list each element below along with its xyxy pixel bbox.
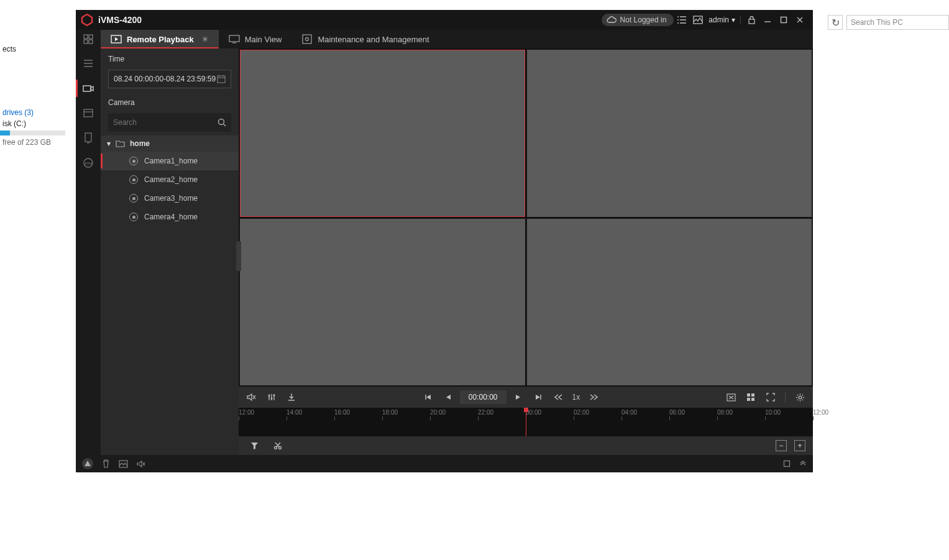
playback-icon [111,34,122,45]
time-range-picker[interactable]: 08.24 00:00:00-08.24 23:59:59 [108,70,231,88]
camera-icon [129,194,138,203]
restore-button[interactable] [783,460,791,467]
camera-icon [129,213,138,221]
camera-icon [129,175,138,184]
timeline-tick: 20:00 [430,409,446,416]
close-button[interactable] [792,12,808,28]
camera-item-4[interactable]: Camera4_home [101,208,239,226]
explorer-search-input[interactable]: Search This PC [846,15,949,30]
strip-menu-button[interactable] [76,52,101,75]
minimize-button[interactable] [759,12,776,28]
stop-all-button[interactable] [723,389,739,405]
svg-rect-3 [781,17,787,23]
sliders-button[interactable] [264,389,280,405]
explorer-disk-label[interactable]: isk (C:) [0,118,75,129]
camera-item-3[interactable]: Camera3_home [101,189,239,208]
home-grid-button[interactable] [76,30,101,48]
tab-close-icon[interactable] [201,35,209,43]
explorer-drives-link[interactable]: drives (3) [0,107,75,118]
camera-search-input[interactable] [113,118,218,127]
svg-rect-32 [784,461,790,467]
svg-rect-18 [218,76,225,83]
app-name: iVMS-4200 [98,15,142,25]
pin-button[interactable] [766,460,774,468]
video-cell-4[interactable] [527,219,812,386]
tab-label: Main View [245,35,282,44]
cloud-icon [607,16,617,24]
svg-rect-6 [84,40,88,44]
frame-forward-button[interactable] [530,389,546,405]
panel-collapse-handle[interactable] [236,241,241,271]
timeline-tick: 02:00 [574,409,589,416]
tab-maintenance[interactable]: Maintenance and Management [291,30,439,48]
strip-event-button[interactable] [76,102,101,124]
filter-button[interactable] [246,438,262,454]
clip-button[interactable] [270,438,286,454]
camera-section-label: Camera [101,92,239,109]
side-panel: Time 08.24 00:00:00-08.24 23:59:59 Camer… [101,48,239,455]
camera-item-1[interactable]: Camera1_home [101,152,239,170]
picture-icon[interactable] [690,12,706,28]
folder-icon [116,140,125,147]
camera-item-2[interactable]: Camera2_home [101,170,239,189]
playback-time: 00:00:00 [460,390,507,404]
sound-off-button[interactable] [137,460,146,468]
svg-rect-2 [749,19,754,24]
camera-search[interactable] [108,113,231,132]
monitor-icon [229,34,240,45]
video-cell-1[interactable] [240,50,525,217]
tabbar: Remote Playback Main View Maintenance an… [76,30,813,48]
strip-device-button[interactable] [76,127,101,149]
tab-remote-playback[interactable]: Remote Playback [101,30,219,48]
reverse-play-button[interactable] [440,389,456,405]
explorer-text-fragment: ects [0,44,75,55]
tab-main-view[interactable]: Main View [219,30,292,48]
video-cell-3[interactable] [240,219,525,386]
explorer-disk-free: free of 223 GB [0,137,75,148]
strip-camera-button[interactable] [76,77,101,99]
timeline-tick: 16:00 [334,409,350,416]
frame-back-button[interactable] [420,389,436,405]
alert-icon[interactable] [82,458,93,469]
svg-rect-25 [751,393,754,397]
camera-name: Camera1_home [144,157,198,165]
play-button[interactable] [510,389,526,405]
svg-rect-4 [84,35,88,39]
speed-down-button[interactable] [550,389,566,405]
svg-rect-10 [229,35,239,42]
user-menu[interactable]: admin ▾ [706,16,738,24]
maximize-button[interactable] [776,12,792,28]
camera-group-home[interactable]: ▾ home [101,135,239,152]
svg-point-12 [306,38,309,41]
lock-icon[interactable] [743,12,759,28]
timeline-tick: 22:00 [478,409,493,416]
gear-button[interactable] [792,389,808,405]
fullscreen-button[interactable] [763,389,779,405]
trash-button[interactable] [102,459,110,468]
speed-up-button[interactable] [586,389,602,405]
collapse-up-button[interactable] [799,460,807,467]
app-logo-icon [81,14,93,26]
timeline-tick: 04:00 [621,409,637,416]
layout-button[interactable] [743,389,759,405]
timeline-tick: 10:00 [765,409,781,416]
list-icon[interactable] [674,12,690,28]
left-icon-strip: ATM [76,48,101,455]
timeline-playhead[interactable] [526,408,526,436]
timeline-tick: 14:00 [287,409,302,416]
zoom-in-button[interactable]: + [794,440,805,451]
timeline-toolbar: − + [239,436,813,455]
download-button[interactable] [283,389,300,405]
image-button[interactable] [119,460,128,468]
timeline-tick: 18:00 [382,409,398,416]
video-grid [239,48,813,387]
video-cell-2[interactable] [527,50,812,217]
login-status-button[interactable]: Not Logged in [602,14,674,26]
timeline-tick: 08:00 [717,409,733,416]
explorer-refresh-button[interactable]: ↻ [828,15,843,30]
timeline-tick: 06:00 [669,409,685,416]
mute-button[interactable] [244,389,260,405]
strip-atm-button[interactable]: ATM [76,152,101,174]
timeline[interactable]: 12:0014:0016:0018:0020:0022:0000:0002:00… [239,408,813,436]
zoom-out-button[interactable]: − [776,440,787,451]
